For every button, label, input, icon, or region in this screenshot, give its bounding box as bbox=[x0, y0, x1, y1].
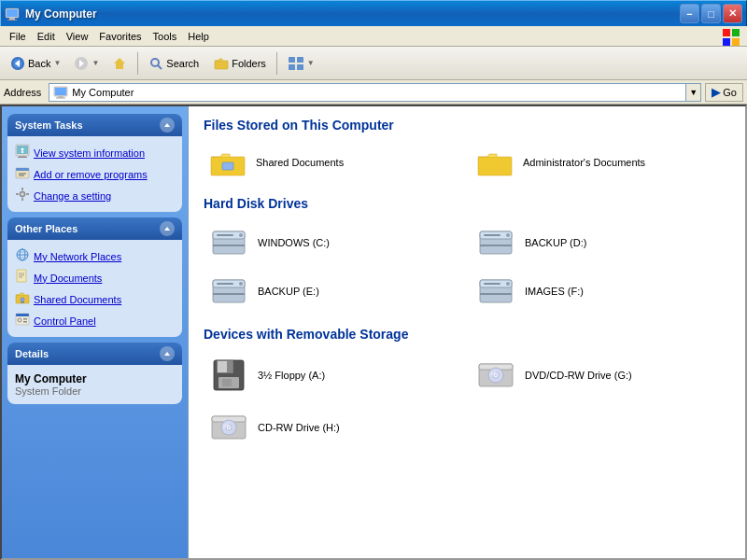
details-collapse[interactable] bbox=[160, 346, 175, 361]
windows-c-drive[interactable]: WINDOWS (C:) bbox=[204, 222, 463, 263]
floppy-a-drive[interactable]: 3½ Floppy (A:) bbox=[204, 353, 463, 398]
other-places-title: Other Places bbox=[15, 223, 78, 234]
hdd-d-icon bbox=[476, 226, 515, 259]
files-stored-header: Files Stored on This Computer bbox=[204, 118, 730, 133]
svg-rect-68 bbox=[213, 245, 245, 246]
address-input[interactable]: My Computer bbox=[49, 83, 686, 102]
svg-point-93 bbox=[495, 374, 497, 376]
svg-rect-31 bbox=[21, 151, 23, 153]
hard-disk-header: Hard Disk Drives bbox=[204, 196, 730, 211]
info-icon bbox=[15, 144, 30, 161]
up-icon bbox=[112, 56, 127, 71]
close-button[interactable]: ✕ bbox=[723, 4, 742, 23]
folders-label: Folders bbox=[232, 58, 266, 69]
programs-icon bbox=[15, 165, 30, 180]
cdrw-h-label: CD-RW Drive (H:) bbox=[258, 422, 340, 433]
shared-documents-label: Shared Documents bbox=[34, 294, 121, 305]
add-remove-programs-link[interactable]: Add or remove programs bbox=[11, 163, 178, 185]
cdrw-h-drive[interactable]: CD-RW Drive (H:) bbox=[204, 405, 463, 450]
shared-documents-link[interactable]: Shared Documents bbox=[11, 288, 178, 310]
menu-favorites[interactable]: Favorites bbox=[93, 29, 147, 44]
svg-rect-12 bbox=[116, 63, 123, 69]
collapse-other-icon bbox=[162, 224, 172, 233]
svg-rect-1 bbox=[7, 9, 18, 17]
svg-rect-58 bbox=[23, 318, 27, 320]
hdd-c-icon bbox=[209, 226, 248, 259]
views-button[interactable]: ▼ bbox=[281, 50, 321, 77]
files-stored-section: Files Stored on This Computer Shared Doc… bbox=[204, 118, 730, 181]
svg-line-15 bbox=[158, 65, 162, 69]
backup-e-drive[interactable]: BACKUP (E:) bbox=[204, 271, 463, 312]
svg-point-37 bbox=[21, 193, 24, 196]
svg-rect-5 bbox=[732, 29, 740, 36]
my-documents-link[interactable]: My Documents bbox=[11, 267, 178, 288]
images-f-drive[interactable]: IMAGES (F:) bbox=[471, 271, 730, 312]
control-panel-link[interactable]: Control Panel bbox=[11, 310, 178, 331]
content-area: Files Stored on This Computer Shared Doc… bbox=[189, 106, 745, 558]
address-value: My Computer bbox=[72, 87, 134, 98]
address-dropdown-arrow[interactable]: ▼ bbox=[686, 83, 701, 102]
minimize-button[interactable]: − bbox=[680, 4, 699, 23]
go-button[interactable]: ▶ Go bbox=[705, 83, 743, 102]
toolbar: Back ▼ ▼ Search Folders bbox=[0, 47, 747, 80]
other-places-header[interactable]: Other Places bbox=[7, 217, 182, 240]
svg-rect-59 bbox=[23, 321, 27, 323]
svg-rect-41 bbox=[26, 193, 29, 195]
windows-c-label: WINDOWS (C:) bbox=[258, 237, 330, 248]
title-bar: My Computer − □ ✕ bbox=[0, 0, 747, 26]
svg-rect-19 bbox=[289, 64, 295, 70]
address-label: Address bbox=[4, 87, 45, 98]
svg-rect-6 bbox=[723, 38, 730, 46]
hard-disk-grid: WINDOWS (C:) BACKUP (D:) bbox=[204, 222, 730, 312]
main-layout: System Tasks bbox=[0, 105, 747, 560]
system-tasks-collapse[interactable] bbox=[160, 118, 175, 133]
floppy-a-label: 3½ Floppy (A:) bbox=[258, 370, 325, 381]
backup-d-drive[interactable]: BACKUP (D:) bbox=[471, 222, 730, 263]
admin-documents-item[interactable]: Administrator's Documents bbox=[471, 144, 730, 181]
shared-docs-item-label: Shared Documents bbox=[256, 157, 344, 168]
back-button[interactable]: Back ▼ bbox=[4, 50, 67, 77]
window-title: My Computer bbox=[25, 7, 680, 21]
details-panel: Details My Computer System Folder bbox=[7, 343, 182, 404]
details-header[interactable]: Details bbox=[7, 343, 182, 365]
up-button[interactable] bbox=[106, 50, 134, 77]
svg-rect-78 bbox=[213, 293, 245, 295]
backup-d-label: BACKUP (D:) bbox=[525, 237, 586, 248]
svg-point-81 bbox=[506, 282, 510, 286]
address-computer-icon bbox=[53, 85, 68, 100]
shared-documents-item[interactable]: Shared Documents bbox=[204, 144, 463, 181]
maximize-button[interactable]: □ bbox=[701, 4, 721, 23]
menu-view[interactable]: View bbox=[61, 29, 94, 44]
menu-file[interactable]: File bbox=[4, 29, 32, 44]
search-label: Search bbox=[166, 58, 199, 69]
folders-button[interactable]: Folders bbox=[207, 50, 273, 77]
svg-rect-39 bbox=[21, 198, 23, 201]
other-places-collapse[interactable] bbox=[160, 221, 175, 236]
forward-dropdown-arrow[interactable]: ▼ bbox=[92, 59, 99, 67]
network-places-label: My Network Places bbox=[34, 251, 121, 262]
details-item-subtitle: System Folder bbox=[15, 385, 175, 397]
forward-button[interactable]: ▼ bbox=[69, 50, 104, 77]
svg-rect-17 bbox=[289, 57, 295, 63]
my-network-places-link[interactable]: My Network Places bbox=[11, 245, 178, 267]
removable-storage-grid: 3½ Floppy (A:) DVD/CD-RW Drive (G:) bbox=[204, 353, 730, 450]
shared-docs-icon bbox=[15, 290, 30, 305]
system-tasks-header[interactable]: System Tasks bbox=[7, 114, 182, 136]
change-setting-link[interactable]: Change a setting bbox=[11, 185, 178, 206]
menu-bar: File Edit View Favorites Tools Help bbox=[0, 26, 747, 47]
search-button[interactable]: Search bbox=[142, 50, 205, 77]
admin-docs-folder-icon bbox=[476, 147, 514, 177]
svg-point-99 bbox=[228, 427, 230, 428]
dvd-g-drive[interactable]: DVD/CD-RW Drive (G:) bbox=[471, 353, 730, 398]
svg-rect-2 bbox=[9, 18, 15, 20]
details-item-title: My Computer bbox=[15, 372, 175, 385]
hard-disk-section: Hard Disk Drives WINDOWS (C:) bbox=[204, 196, 730, 312]
view-system-info-link[interactable]: View system information bbox=[11, 142, 178, 163]
svg-rect-63 bbox=[478, 157, 512, 175]
back-dropdown-arrow[interactable]: ▼ bbox=[53, 59, 61, 67]
menu-help[interactable]: Help bbox=[182, 29, 215, 44]
menu-tools[interactable]: Tools bbox=[148, 29, 183, 44]
menu-edit[interactable]: Edit bbox=[32, 29, 61, 44]
hdd-e-icon bbox=[209, 274, 248, 308]
views-dropdown-arrow[interactable]: ▼ bbox=[307, 59, 315, 67]
